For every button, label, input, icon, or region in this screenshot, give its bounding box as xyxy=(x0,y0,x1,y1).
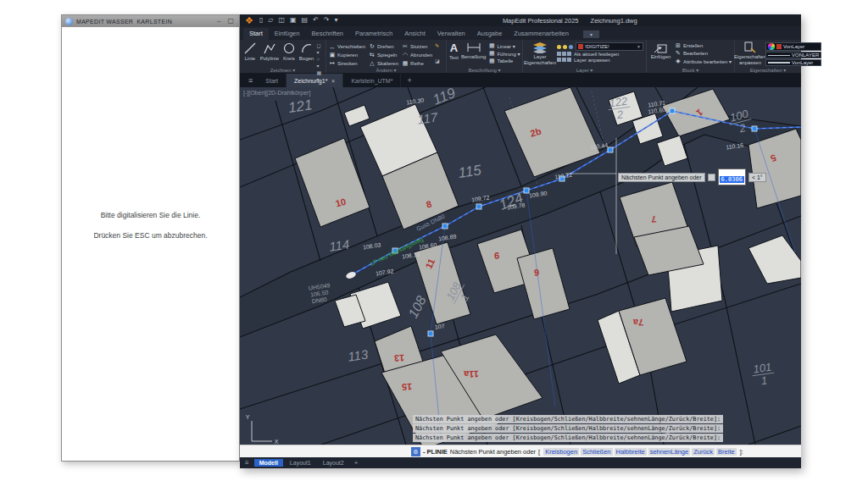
ribbon-tab-start[interactable]: Start xyxy=(243,28,269,40)
modify-tool-abrunden[interactable]: ◠Abrunden xyxy=(402,51,432,59)
qat-icon-3[interactable]: ▣ xyxy=(290,16,297,25)
panel-label-block[interactable]: Block ▾ xyxy=(647,67,734,73)
qat-icon-7[interactable]: ▾ xyxy=(335,16,338,25)
new-tab-button[interactable]: + xyxy=(401,76,417,85)
annotation-tool-linear[interactable]: ▦Linear ▾ xyxy=(488,42,520,49)
color-combo[interactable]: VonLayer xyxy=(765,42,821,51)
drawing-canvas[interactable]: [-][Oben][2D-Drahtkörper] 12111911711511… xyxy=(240,87,801,445)
block-tool-bearbeiten[interactable]: ✎Bearbeiten xyxy=(675,50,732,57)
ribbon-tab-zusammenarbeiten[interactable]: Zusammenarbeiten xyxy=(508,28,575,40)
keyword-schließen[interactable]: Schließen xyxy=(581,448,612,456)
keyword-sehnenlänge[interactable]: sehnenLänge xyxy=(648,448,690,456)
ribbon-tab-ausgabe[interactable]: Ausgabe xyxy=(471,28,509,40)
qat-icon-1[interactable]: ▱ xyxy=(268,16,273,25)
annotation-tool-tabelle[interactable]: ▦Tabelle xyxy=(488,58,520,64)
map-drawing[interactable]: 1211191171151141241131011081222100210111… xyxy=(240,87,801,445)
modify-tool-verschieben[interactable]: ↔Verschieben xyxy=(329,42,365,51)
layout-tab-modell[interactable]: Modell xyxy=(254,459,283,467)
set-current-layer-button[interactable]: Als aktuell festlegen xyxy=(557,52,643,57)
keyword-zurück[interactable]: Zurück xyxy=(692,448,715,456)
grip xyxy=(670,109,675,113)
block-tool-icon: ⊞ xyxy=(675,42,682,49)
ribbon-tabs: StartEinfügenBeschriftenParametrischAnsi… xyxy=(243,28,575,40)
panel-eigenschaften: Eigenschaften anpassen VonLayer VONLAYER xyxy=(735,40,801,73)
panel-label-layer[interactable]: Layer ▾ xyxy=(523,67,646,73)
keyword-halbbreite[interactable]: Halbbreite xyxy=(615,448,647,456)
globe-icon xyxy=(65,18,73,25)
dimension-button[interactable]: Bemaßung xyxy=(461,41,486,65)
panel-label-zeichnen[interactable]: Zeichnen ▾ xyxy=(240,67,326,73)
distance-input[interactable]: 6.0306 xyxy=(718,169,746,185)
layer-properties-button[interactable]: Layer Eigenschaften xyxy=(526,41,554,65)
keyword-kreisbogen[interactable]: Kreisbogen xyxy=(543,448,579,456)
layout-tab-layout1[interactable]: Layout1 xyxy=(285,459,316,467)
ribbon-tab-verwalten[interactable]: Verwalten xyxy=(431,28,471,40)
command-line[interactable]: ⚙ - PLINIE Nächsten Punkt angeben oder [… xyxy=(240,445,801,457)
quick-access-toolbar: ▯▱◫▣▤↶↷▾ xyxy=(259,16,338,25)
lineweight-combo[interactable]: VonLayer xyxy=(765,59,821,66)
annotation-tool-label: Linear ▾ xyxy=(497,43,515,49)
maximize-button[interactable]: ▢ xyxy=(225,18,236,25)
layout-menu-icon[interactable]: ≡ xyxy=(245,459,249,467)
grip xyxy=(443,224,448,229)
panel-beschriftung: A Text Bemaßung ▦Linear ▾▦Führung ▾▦Tabe… xyxy=(447,40,523,73)
parcel-number: 117 xyxy=(416,109,439,126)
qat-icon-2[interactable]: ◫ xyxy=(278,16,285,25)
panel-label-aendern[interactable]: Ändern ▾ xyxy=(326,67,446,73)
polyline-button[interactable]: Polylinie xyxy=(260,41,279,65)
modify-tool-stutzen[interactable]: ✂Stutzen xyxy=(402,42,432,51)
ribbon-tab-einfügen[interactable]: Einfügen xyxy=(269,28,306,40)
layer-combo[interactable]: !DIGITIZE! ▼ xyxy=(576,42,643,51)
block-tool-erstellen[interactable]: ⊞Erstellen xyxy=(675,42,732,49)
ribbon-tab-parametrisch[interactable]: Parametrisch xyxy=(349,28,398,40)
menu-icon[interactable]: ≡ xyxy=(243,76,258,85)
modify-tool-drehen[interactable]: ↻Drehen xyxy=(369,42,398,51)
arc-button[interactable]: Bogen xyxy=(299,41,314,65)
command-history-overlay: Nächsten Punkt angeben oder [Kreisbogen/… xyxy=(413,414,723,442)
viewport-controls[interactable]: [-][Oben][2D-Drahtkörper] xyxy=(243,90,310,96)
block-tool-attributebearbeiten[interactable]: ◈Attribute bearbeiten ▾ xyxy=(675,58,732,64)
ribbon-options-button[interactable]: ▾ xyxy=(583,30,599,38)
house-number: 9 xyxy=(494,251,500,261)
match-layer-button[interactable]: Layer anpassen xyxy=(557,58,643,63)
svg-text:1: 1 xyxy=(760,373,768,387)
doc-tab-label: Start xyxy=(265,78,278,84)
modify-extra-1[interactable]: ◪ xyxy=(435,58,440,64)
layout-tab-layout2[interactable]: Layout2 xyxy=(318,459,349,467)
panel-label-beschriftung[interactable]: Beschriftung ▾ xyxy=(447,67,522,73)
modify-tool-label: Stutzen xyxy=(410,44,427,49)
active-command: - PLINIE xyxy=(423,448,448,456)
modify-tool-kopieren[interactable]: ▣Kopieren xyxy=(329,51,365,59)
qat-icon-5[interactable]: ↶ xyxy=(313,16,319,25)
helper-titlebar[interactable]: MAPEDIT WASSER_KARLSTEIN – ▢ xyxy=(62,15,239,27)
ribbon-tab-ansicht[interactable]: Ansicht xyxy=(398,28,431,40)
minimize-button[interactable]: – xyxy=(215,18,222,25)
modify-tool-spiegeln[interactable]: ⇆Spiegeln xyxy=(369,51,398,59)
ribbon-tab-beschriften[interactable]: Beschriften xyxy=(305,28,349,40)
new-layout-button[interactable]: + xyxy=(351,459,362,467)
match-properties-button[interactable]: Eigenschaften anpassen xyxy=(737,41,763,65)
text-button[interactable]: A Text xyxy=(449,41,459,65)
doc-tab-label: Karlstein_UTM* xyxy=(351,78,392,84)
customize-icon[interactable]: ⚙ xyxy=(411,447,420,456)
panel-label-eigenschaften[interactable]: Eigenschaften ▾ xyxy=(735,67,801,73)
block-tool-icon: ✎ xyxy=(675,50,682,57)
circle-button[interactable]: Kreis xyxy=(281,41,297,65)
doc-tab-karlstein_utm[interactable]: Karlstein_UTM* xyxy=(343,74,401,87)
linetype-combo[interactable]: VONLAYER xyxy=(765,52,821,58)
cad-titlebar[interactable]: ❖ ▯▱◫▣▤↶↷▾ MapEdit Professional 2025 Zei… xyxy=(240,14,801,26)
qat-icon-0[interactable]: ▯ xyxy=(259,16,263,25)
doc-tab-start[interactable]: Start xyxy=(258,74,287,87)
close-icon[interactable]: ✕ xyxy=(331,78,335,84)
keyword-breite[interactable]: Breite xyxy=(716,448,737,456)
draw-mini-tool-0[interactable]: ◻ ▾ xyxy=(316,42,323,56)
line-button[interactable]: Linie xyxy=(242,41,258,65)
qat-icon-6[interactable]: ↷ xyxy=(324,16,330,25)
modify-extra-0[interactable]: ✎ xyxy=(435,42,440,49)
panel-block: Einfügen ⊞Erstellen✎Bearbeiten◈Attribute… xyxy=(647,40,735,73)
insert-block-button[interactable]: Einfügen xyxy=(649,41,672,65)
annotation-tool-fhrung[interactable]: ▦Führung ▾ xyxy=(488,50,520,57)
qat-icon-4[interactable]: ▤ xyxy=(302,16,309,25)
block-tool-label: Attribute bearbeiten ▾ xyxy=(683,58,732,64)
doc-tab-zeichnung1[interactable]: Zeichnung1*✕ xyxy=(287,74,343,87)
